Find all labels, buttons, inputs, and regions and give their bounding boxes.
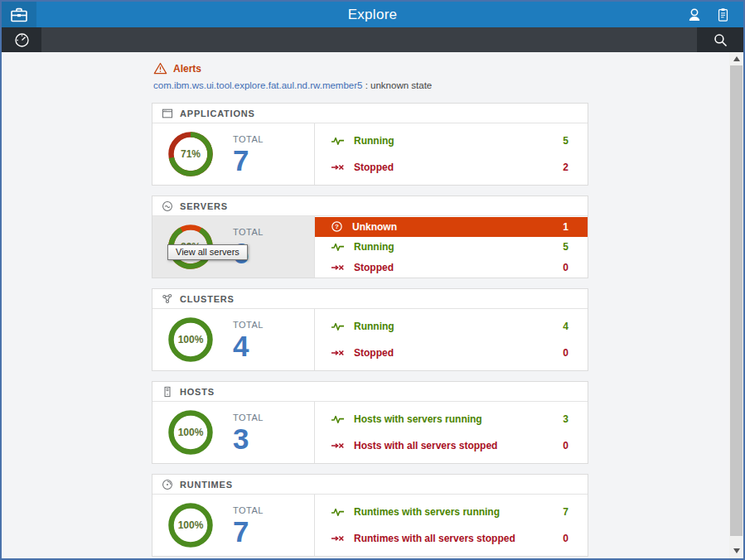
total-value: 3 bbox=[233, 424, 264, 453]
row-label: Runtimes with all servers stopped bbox=[354, 533, 515, 544]
tasks-button[interactable] bbox=[710, 2, 735, 27]
warning-icon bbox=[153, 62, 167, 75]
card-title: SERVERS bbox=[180, 201, 228, 211]
triangle-down-icon bbox=[733, 548, 740, 553]
row-count: 4 bbox=[563, 321, 568, 332]
row-stopped[interactable]: Runtimes with all servers stopped0 bbox=[315, 529, 588, 548]
row-label: Runtimes with servers running bbox=[354, 506, 500, 518]
tasks-icon bbox=[716, 6, 730, 24]
row-count: 2 bbox=[563, 162, 568, 173]
card-rows: Running5Stopped2 bbox=[315, 123, 588, 185]
card-clusters: CLUSTERS 100% TOTAL 4 Running4Stopped0 bbox=[152, 288, 588, 371]
alert-resource-link[interactable]: com.ibm.ws.ui.tool.explore.fat.aul.nd.rw… bbox=[153, 80, 362, 90]
donut-chart: 100% bbox=[167, 316, 215, 364]
browser-window: Explore Alerts bbox=[0, 0, 745, 560]
user-button[interactable] bbox=[682, 2, 707, 27]
donut-percent: 71% bbox=[167, 130, 215, 178]
card-rows: ?Unknown1Running5Stopped0 bbox=[315, 216, 588, 278]
row-stopped[interactable]: Stopped2 bbox=[315, 157, 588, 177]
hosts-icon bbox=[162, 386, 173, 398]
svg-text:?: ? bbox=[335, 223, 339, 230]
donut-percent: 100% bbox=[167, 501, 215, 549]
card-summary[interactable]: 100% TOTAL 4 bbox=[152, 309, 315, 370]
running-icon bbox=[331, 413, 345, 425]
row-count: 5 bbox=[563, 241, 568, 253]
card-runtimes: RUNTIMES 100% TOTAL 7 Runtimes with serv… bbox=[152, 474, 588, 557]
card-header[interactable]: CLUSTERS bbox=[152, 289, 588, 309]
vertical-scrollbar[interactable] bbox=[729, 52, 743, 558]
card-rows: Hosts with servers running3Hosts with al… bbox=[315, 402, 588, 463]
runtimes-icon bbox=[162, 479, 173, 490]
search-icon bbox=[712, 31, 729, 49]
row-count: 3 bbox=[563, 413, 568, 425]
row-running[interactable]: Hosts with servers running3 bbox=[315, 409, 588, 429]
row-running[interactable]: Running4 bbox=[315, 316, 588, 336]
row-label: Stopped bbox=[354, 162, 394, 173]
scrollbar-thumb[interactable] bbox=[730, 65, 743, 536]
row-running[interactable]: Running5 bbox=[315, 237, 588, 257]
row-count: 5 bbox=[563, 135, 568, 147]
card-rows: Running4Stopped0 bbox=[315, 309, 588, 370]
toolbar-spacer bbox=[41, 27, 697, 52]
donut-percent: 100% bbox=[167, 316, 215, 364]
row-count: 0 bbox=[563, 533, 568, 544]
total-label: TOTAL bbox=[233, 413, 264, 422]
total-label: TOTAL bbox=[233, 134, 264, 144]
row-label: Stopped bbox=[354, 262, 394, 273]
row-label: Running bbox=[354, 321, 394, 332]
card-hosts: HOSTS 100% TOTAL 3 Hosts with servers ru… bbox=[152, 381, 588, 464]
row-label: Running bbox=[354, 241, 394, 253]
total-label: TOTAL bbox=[233, 227, 264, 237]
row-running[interactable]: Runtimes with servers running7 bbox=[315, 502, 588, 522]
row-count: 7 bbox=[563, 506, 568, 518]
running-icon bbox=[331, 506, 345, 518]
running-icon bbox=[331, 135, 345, 147]
total-value: 7 bbox=[233, 146, 264, 175]
dashboard-button[interactable] bbox=[2, 27, 41, 52]
card-summary[interactable]: 100% TOTAL 3 bbox=[152, 402, 315, 463]
scroll-down-button[interactable] bbox=[729, 544, 743, 557]
card-rows: Runtimes with servers running7Runtimes w… bbox=[315, 495, 588, 556]
unknown-icon: ? bbox=[331, 220, 343, 233]
stopped-icon bbox=[331, 162, 345, 173]
stopped-icon bbox=[331, 533, 345, 544]
stopped-icon bbox=[331, 440, 345, 451]
row-count: 0 bbox=[563, 347, 568, 359]
donut-chart: 100% bbox=[167, 408, 215, 456]
row-stopped[interactable]: Stopped0 bbox=[315, 343, 588, 363]
total-label: TOTAL bbox=[233, 320, 264, 330]
card-title: CLUSTERS bbox=[180, 294, 235, 304]
card-summary[interactable]: 100% TOTAL 7 bbox=[152, 495, 315, 556]
donut-chart: 71% bbox=[167, 130, 215, 178]
page-title: Explore bbox=[2, 7, 743, 23]
toolbox-button[interactable] bbox=[2, 2, 36, 27]
alerts-section: Alerts com.ibm.ws.ui.tool.explore.fat.au… bbox=[152, 61, 588, 90]
card-servers: SERVERS 83% TOTAL 6 View all servers ?Un… bbox=[152, 196, 588, 278]
applications-icon bbox=[162, 108, 173, 119]
row-label: Unknown bbox=[352, 221, 397, 233]
card-summary[interactable]: 83% TOTAL 6 View all servers bbox=[152, 216, 315, 278]
stopped-icon bbox=[331, 347, 345, 359]
row-unknown[interactable]: ?Unknown1 bbox=[315, 217, 588, 237]
row-running[interactable]: Running5 bbox=[315, 131, 588, 151]
row-stopped[interactable]: Stopped0 bbox=[315, 258, 588, 278]
card-header[interactable]: HOSTS bbox=[152, 382, 588, 402]
card-summary[interactable]: 71% TOTAL 7 bbox=[152, 123, 315, 185]
cards-list: APPLICATIONS 71% TOTAL 7 Running5Stopped… bbox=[152, 103, 588, 557]
card-title: HOSTS bbox=[180, 387, 215, 397]
row-count: 0 bbox=[563, 440, 568, 451]
running-icon bbox=[331, 241, 345, 253]
search-button[interactable] bbox=[697, 27, 743, 52]
header-actions bbox=[682, 2, 743, 27]
total-value: 4 bbox=[233, 331, 264, 360]
scroll-up-button[interactable] bbox=[729, 52, 743, 65]
row-count: 0 bbox=[563, 262, 568, 273]
user-icon bbox=[686, 6, 703, 24]
toolbox-icon bbox=[9, 6, 29, 24]
card-header[interactable]: RUNTIMES bbox=[152, 475, 588, 495]
alerts-label: Alerts bbox=[173, 63, 201, 75]
row-stopped[interactable]: Hosts with all servers stopped0 bbox=[315, 436, 588, 456]
alert-state: unknown state bbox=[370, 80, 432, 90]
card-header[interactable]: SERVERS bbox=[152, 196, 588, 216]
card-header[interactable]: APPLICATIONS bbox=[152, 104, 588, 123]
